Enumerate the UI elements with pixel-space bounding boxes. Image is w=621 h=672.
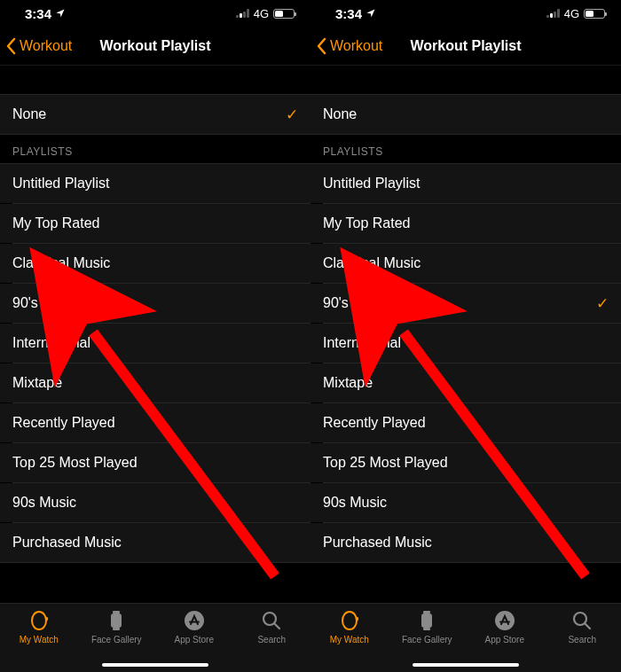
tab-label: App Store [175, 635, 214, 645]
location-icon [366, 8, 376, 19]
playlist-label: Top 25 Most Played [12, 455, 138, 471]
svg-point-11 [342, 612, 357, 629]
tab-label: My Watch [330, 635, 369, 645]
playlist-label: Recently Played [12, 415, 115, 431]
tab-label: App Store [485, 635, 524, 645]
tab-label: My Watch [20, 635, 59, 645]
playlist-label: Untitled Playlist [323, 176, 420, 191]
signal-icon [546, 9, 560, 18]
tab-my watch[interactable]: My Watch [310, 609, 389, 672]
svg-rect-3 [111, 613, 122, 628]
signal-icon [236, 9, 249, 18]
status-bar: 3:34 4G [310, 0, 621, 27]
none-label: None [12, 106, 46, 122]
playlist-row[interactable]: Recently Played [0, 403, 310, 442]
svg-rect-15 [423, 628, 430, 630]
none-row[interactable]: None ✓ [0, 95, 310, 134]
playlist-row[interactable]: 90's Music ✓ [310, 284, 621, 323]
home-indicator[interactable] [413, 663, 519, 667]
playlist-label: My Top Rated [12, 215, 99, 231]
playlist-label: International [12, 335, 90, 351]
playlist-label: My Top Rated [323, 215, 410, 231]
playlist-row[interactable]: International [0, 324, 310, 363]
network-label: 4G [564, 7, 579, 20]
svg-rect-13 [421, 613, 432, 628]
playlist-row[interactable]: Top 25 Most Played [0, 443, 310, 482]
tab-search[interactable]: Search [544, 609, 622, 672]
svg-point-16 [495, 611, 515, 630]
back-button[interactable]: Workout [0, 27, 72, 65]
back-label: Workout [330, 38, 382, 54]
check-icon: ✓ [286, 105, 298, 124]
playlist-label: 90s Music [12, 495, 76, 511]
playlist-row[interactable]: Purchased Music [0, 523, 310, 562]
svg-line-9 [274, 623, 279, 629]
network-label: 4G [254, 7, 269, 20]
svg-line-19 [585, 623, 590, 629]
tab-bar: My Watch Face Gallery App Store Search [0, 603, 310, 672]
tab-my watch[interactable]: My Watch [0, 609, 78, 672]
svg-rect-12 [357, 617, 358, 621]
nav-bar: Workout Workout Playlist [0, 27, 310, 66]
check-icon: ✓ [596, 294, 609, 313]
playlist-label: 90's Music [323, 295, 389, 311]
svg-point-1 [32, 612, 46, 629]
tab-icon [570, 609, 593, 632]
playlist-row[interactable]: 90s Music [0, 483, 310, 522]
playlist-row[interactable]: Purchased Music [310, 523, 621, 562]
playlist-row[interactable]: Untitled Playlist [0, 164, 310, 203]
playlist-row[interactable]: Classical Music [310, 244, 621, 283]
playlist-row[interactable]: My Top Rated [0, 204, 310, 243]
screen-1: 3:34 4G Workout Workout Playlist None PL… [310, 0, 621, 672]
tab-label: Face Gallery [91, 635, 142, 645]
playlist-label: Mixtape [323, 375, 373, 391]
playlist-row[interactable]: 90s Music [310, 483, 621, 522]
tab-icon [260, 609, 283, 632]
tab-icon [183, 609, 206, 632]
status-time: 3:34 [335, 6, 362, 21]
status-time: 3:34 [25, 6, 51, 21]
playlist-label: Top 25 Most Played [323, 455, 448, 471]
tab-label: Search [257, 635, 286, 645]
svg-rect-2 [46, 617, 48, 621]
playlist-label: Classical Music [12, 255, 110, 271]
playlist-row[interactable]: Mixtape [0, 363, 310, 402]
playlist-label: Classical Music [323, 255, 421, 271]
playlists-header: PLAYLISTS [0, 135, 310, 163]
svg-point-6 [185, 611, 204, 630]
playlist-label: Mixtape [12, 375, 62, 391]
location-icon [55, 8, 66, 19]
screen-0: 3:34 4G Workout Workout Playlist None ✓ … [0, 0, 310, 672]
none-row[interactable]: None [310, 95, 621, 134]
nav-bar: Workout Workout Playlist [310, 27, 621, 66]
playlist-label: Purchased Music [12, 535, 122, 551]
playlist-label: 90's Music [12, 295, 79, 311]
svg-rect-4 [113, 611, 120, 613]
tab-bar: My Watch Face Gallery App Store Search [310, 603, 621, 672]
playlist-row[interactable]: Top 25 Most Played [310, 443, 621, 482]
tab-search[interactable]: Search [233, 609, 311, 672]
back-button[interactable]: Workout [310, 27, 382, 65]
back-label: Workout [20, 38, 72, 54]
tab-icon [105, 609, 128, 632]
playlist-row[interactable]: Mixtape [310, 363, 621, 402]
playlist-label: Untitled Playlist [12, 176, 109, 191]
svg-rect-5 [113, 628, 120, 630]
tab-icon [493, 609, 516, 632]
spacer [0, 66, 310, 94]
playlist-row[interactable]: Untitled Playlist [310, 164, 621, 203]
playlist-row[interactable]: 90's Music [0, 284, 310, 323]
playlist-row[interactable]: My Top Rated [310, 204, 621, 243]
battery-icon [584, 9, 605, 19]
tab-label: Face Gallery [402, 635, 452, 645]
tab-icon [415, 609, 438, 632]
home-indicator[interactable] [102, 663, 208, 667]
tab-icon [338, 609, 361, 632]
svg-rect-14 [423, 611, 430, 613]
status-bar: 3:34 4G [0, 0, 310, 27]
playlist-label: 90s Music [323, 495, 387, 511]
playlist-row[interactable]: International [310, 324, 621, 363]
battery-icon [273, 9, 295, 19]
playlist-row[interactable]: Classical Music [0, 244, 310, 283]
playlist-row[interactable]: Recently Played [310, 403, 621, 442]
